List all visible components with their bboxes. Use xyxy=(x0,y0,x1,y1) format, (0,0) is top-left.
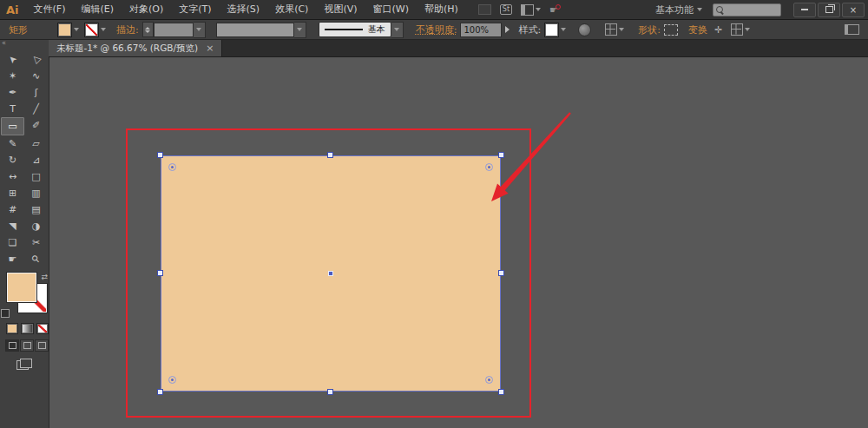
fill-caret-icon[interactable] xyxy=(74,28,79,31)
tab-close-icon[interactable]: × xyxy=(206,43,214,54)
menu-type[interactable]: 文字(T) xyxy=(171,0,219,19)
mesh-tool[interactable]: # xyxy=(1,201,24,218)
corner-radius-widget-tr[interactable] xyxy=(485,163,493,171)
resize-handle-top-right[interactable] xyxy=(498,152,504,158)
artboard-tool[interactable]: ❏ xyxy=(1,234,24,251)
eyedropper-tool[interactable]: ◥ xyxy=(1,218,24,234)
brush-definition-caret-icon[interactable] xyxy=(391,22,404,38)
resize-handle-top-middle[interactable] xyxy=(327,152,333,158)
stroke-caret-icon[interactable] xyxy=(101,28,106,31)
graph-tool-icon: ▥ xyxy=(31,188,40,198)
align-caret-icon[interactable] xyxy=(619,28,624,31)
none-mode-button[interactable] xyxy=(36,323,49,334)
rectangle-tool[interactable]: ▭ xyxy=(1,117,24,135)
align-options-icon[interactable] xyxy=(605,23,617,36)
fill-color-well[interactable] xyxy=(7,273,36,302)
brush-definition-select[interactable]: 基本 xyxy=(319,22,391,37)
lasso-tool[interactable]: ∿ xyxy=(24,68,48,84)
corner-radius-widget-tl[interactable] xyxy=(168,163,176,171)
gradient-tool[interactable]: ▤ xyxy=(24,201,48,218)
panel-collapse-icon[interactable] xyxy=(845,24,859,35)
rotate-tool[interactable]: ↻ xyxy=(1,152,24,168)
swap-fill-stroke-icon[interactable]: ⇄ xyxy=(41,273,48,281)
graphic-style-swatch[interactable] xyxy=(544,23,559,37)
draw-normal-button[interactable] xyxy=(5,339,19,352)
menu-select[interactable]: 选择(S) xyxy=(220,0,268,19)
scale-tool[interactable]: ⊿ xyxy=(24,152,48,168)
menu-help[interactable]: 帮助(H) xyxy=(417,0,466,19)
resize-handle-top-left[interactable] xyxy=(157,152,163,158)
width-tool[interactable]: ↔ xyxy=(1,168,24,185)
stroke-weight-stepper[interactable] xyxy=(142,22,154,37)
pen-tool[interactable]: ✒ xyxy=(1,84,24,101)
shape-widget-icon[interactable] xyxy=(664,24,678,36)
menu-view[interactable]: 视图(V) xyxy=(316,0,365,19)
eraser-tool[interactable]: ▱ xyxy=(24,135,48,152)
isolate-caret-icon[interactable] xyxy=(745,28,750,31)
menu-effect[interactable]: 效果(C) xyxy=(267,0,316,19)
direct-selection-tool[interactable]: ▷ xyxy=(24,51,48,68)
stroke-weight-input[interactable] xyxy=(154,23,194,37)
resize-handle-bottom-left[interactable] xyxy=(157,389,163,395)
resize-handle-bottom-right[interactable] xyxy=(498,389,504,395)
pencil-tool[interactable]: ✎ xyxy=(1,135,24,152)
adobe-stock-icon[interactable]: St xyxy=(500,4,512,15)
free-transform-tool[interactable]: □ xyxy=(24,168,48,185)
opacity-arrow-icon[interactable] xyxy=(505,26,510,33)
shape-label[interactable]: 形状: xyxy=(638,23,661,36)
menu-object[interactable]: 对象(O) xyxy=(122,0,171,19)
tool-panel-collapse-icon[interactable]: « xyxy=(0,40,49,47)
canvas[interactable] xyxy=(49,56,868,428)
curvature-tool[interactable]: ʃ xyxy=(24,84,48,101)
menu-file[interactable]: 文件(F) xyxy=(26,0,74,19)
blend-tool[interactable]: ◑ xyxy=(24,218,48,234)
menu-window[interactable]: 窗口(W) xyxy=(365,0,417,19)
selection-tool[interactable]: ➤ xyxy=(1,51,24,68)
zoom-tool[interactable]: ⚲ xyxy=(24,251,48,267)
arrange-documents-icon[interactable] xyxy=(521,4,541,16)
style-label[interactable]: 样式: xyxy=(518,23,541,36)
type-tool[interactable]: T xyxy=(1,101,24,117)
magic-wand-tool[interactable]: ✶ xyxy=(1,68,24,84)
width-profile-select[interactable] xyxy=(216,23,294,37)
transform-widget-icon[interactable]: ✛ xyxy=(714,24,722,36)
shape-builder-tool[interactable]: ⊞ xyxy=(1,185,24,201)
corner-radius-widget-bl[interactable] xyxy=(168,376,176,384)
restore-button[interactable] xyxy=(818,3,840,17)
paintbrush-tool[interactable]: ✐ xyxy=(24,117,48,134)
default-fill-stroke-icon[interactable] xyxy=(1,309,10,318)
resize-handle-bottom-middle[interactable] xyxy=(327,389,333,395)
stroke-weight-label[interactable]: 描边: xyxy=(116,23,139,36)
document-tab[interactable]: 未标题-1* @ 66.67% (RGB/预览) × xyxy=(49,40,222,56)
draw-inside-button[interactable] xyxy=(35,339,49,352)
slice-tool[interactable]: ✂ xyxy=(24,234,48,251)
opacity-input[interactable]: 100% xyxy=(460,23,502,37)
minimize-button[interactable] xyxy=(793,3,816,17)
opacity-label[interactable]: 不透明度: xyxy=(416,23,457,36)
workspace-switcher[interactable]: 基本功能 xyxy=(655,3,694,16)
search-input[interactable] xyxy=(713,3,781,16)
hand-tool[interactable]: ☛ xyxy=(1,251,24,267)
stroke-weight-caret-icon[interactable] xyxy=(194,22,206,38)
touch-workspace-icon[interactable]: ☛ xyxy=(549,4,558,16)
resize-handle-middle-right[interactable] xyxy=(498,270,504,276)
resize-handle-middle-left[interactable] xyxy=(157,270,163,276)
isolate-icon[interactable] xyxy=(731,23,743,36)
fill-color-swatch[interactable] xyxy=(57,23,72,37)
color-mode-button[interactable] xyxy=(6,323,18,334)
bridge-icon[interactable] xyxy=(478,4,491,15)
draw-behind-button[interactable] xyxy=(20,339,34,352)
graphic-style-caret-icon[interactable] xyxy=(561,28,566,31)
line-segment-tool[interactable]: ╱ xyxy=(24,101,48,117)
recolor-artwork-icon[interactable] xyxy=(578,23,591,36)
width-profile-caret-icon[interactable] xyxy=(294,22,306,38)
gradient-mode-button[interactable] xyxy=(21,323,33,334)
center-point-handle[interactable] xyxy=(328,271,333,276)
transform-label[interactable]: 变换 xyxy=(688,23,707,36)
menu-edit[interactable]: 编辑(E) xyxy=(73,0,122,19)
screen-mode-button[interactable] xyxy=(16,359,32,370)
close-button[interactable]: × xyxy=(842,3,865,17)
corner-radius-widget-br[interactable] xyxy=(485,376,493,384)
graph-tool[interactable]: ▥ xyxy=(24,185,48,201)
stroke-color-swatch[interactable] xyxy=(84,23,99,37)
